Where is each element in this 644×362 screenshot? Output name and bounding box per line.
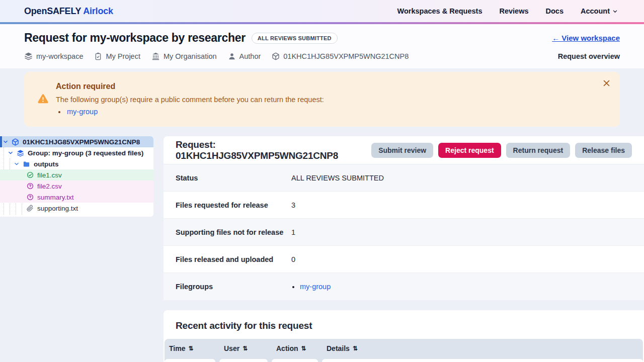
request-heading: Request: 01KHC1HJG85VXPMP5WNG21CNP8	[176, 139, 371, 161]
tree-item-label: file2.csv	[37, 183, 62, 190]
close-icon[interactable]	[600, 77, 613, 89]
logo-secondary: Airlock	[83, 6, 113, 16]
tree-item-supporting[interactable]: supporting.txt	[0, 203, 153, 214]
tree-item-file2[interactable]: file2.csv	[0, 180, 153, 192]
tree-item-request-root[interactable]: 01KHC1HJG85VXPMP5WNG21CNP8	[0, 136, 153, 147]
breadcrumb-organisation: My Organisation	[151, 52, 217, 60]
filegroup-link[interactable]: my-group	[300, 283, 331, 291]
breadcrumb-author: Author	[228, 52, 261, 60]
table-cell	[322, 359, 643, 362]
tree-item-outputs-folder[interactable]: outputs	[0, 158, 153, 169]
request-overview-card: Request: 01KHC1HJG85VXPMP5WNG21CNP8 Subm…	[164, 136, 644, 300]
column-header-details[interactable]: Details ⇅	[322, 344, 643, 352]
detail-row-files-requested: Files requested for release 3	[164, 192, 644, 219]
sort-icon[interactable]: ⇅	[243, 345, 248, 352]
filegroup-item: my-group	[300, 283, 632, 291]
return-request-button[interactable]: Return request	[506, 143, 571, 158]
nav-item-reviews[interactable]: Reviews	[499, 7, 528, 15]
tree-item-label: 01KHC1HJG85VXPMP5WNG21CNP8	[23, 138, 140, 146]
sort-icon[interactable]: ⇅	[301, 345, 306, 352]
chevron-down-icon[interactable]	[14, 161, 19, 166]
column-header-action[interactable]: Action ⇅	[272, 344, 318, 352]
clipboard-icon	[94, 52, 102, 60]
detail-label: Filegroups	[176, 283, 291, 291]
alert-group-link[interactable]: my-group	[67, 108, 98, 116]
alert-group-list: my-group	[66, 108, 324, 116]
detail-row-status: Status ALL REVIEWS SUBMITTED	[164, 164, 644, 192]
chevron-down-icon[interactable]	[8, 150, 13, 155]
alert-message: The following group(s) require a public …	[56, 96, 324, 104]
warning-icon	[37, 81, 49, 116]
action-required-alert: Action required The following group(s) r…	[24, 72, 620, 127]
detail-row-files-released: Files released and uploaded 0	[164, 246, 644, 273]
paperclip-icon	[27, 205, 34, 212]
tree-item-label: supporting.txt	[37, 205, 78, 212]
view-workspace-link[interactable]: ← View workspace	[552, 34, 620, 42]
alert-group-item: my-group	[66, 108, 324, 116]
tree-item-label: Group: my-group (3 requested files)	[28, 149, 143, 157]
activity-heading: Recent activity for this request	[176, 320, 632, 331]
recent-activity-card: Recent activity for this request Time ⇅ …	[164, 310, 644, 362]
tree-item-file1[interactable]: file1.csv	[0, 169, 153, 180]
status-badge: ALL REVIEWS SUBMITTED	[252, 33, 338, 44]
package-icon	[12, 138, 19, 146]
top-navbar: OpenSAFELY Airlock Workspaces & Requests…	[0, 0, 644, 22]
question-circle-icon	[27, 183, 34, 190]
sort-icon[interactable]: ⇅	[353, 345, 358, 352]
tree-item-label: outputs	[34, 160, 59, 168]
detail-row-supporting-files: Supporting files not for release 1	[164, 219, 644, 246]
breadcrumb-request-id: 01KHC1HJG85VXPMP5WNG21CNP8	[272, 52, 409, 60]
detail-value: ALL REVIEWS SUBMITTED	[291, 174, 632, 182]
request-actions: Submit review Reject request Return requ…	[371, 143, 632, 158]
layers-icon	[24, 52, 33, 60]
release-files-button[interactable]: Release files	[575, 143, 632, 158]
detail-row-filegroups: Filegroups my-group	[164, 273, 644, 300]
nav-menu: Workspaces & Requests Reviews Docs Accou…	[397, 7, 618, 15]
activity-table: Time ⇅ User ⇅ Action ⇅ Details ⇅	[165, 339, 643, 362]
table-cell	[219, 359, 268, 362]
nav-item-docs[interactable]: Docs	[546, 7, 564, 15]
column-header-user[interactable]: User ⇅	[219, 344, 268, 352]
nav-item-account[interactable]: Account	[581, 7, 618, 15]
tree-item-summary[interactable]: summary.txt	[0, 192, 153, 203]
tree-item-label: file1.csv	[37, 171, 62, 179]
submit-review-button[interactable]: Submit review	[371, 143, 433, 158]
request-overview-label: Request overview	[558, 52, 620, 60]
logo-primary: OpenSAFELY	[24, 6, 81, 16]
question-circle-icon	[27, 194, 34, 201]
activity-table-header: Time ⇅ User ⇅ Action ⇅ Details ⇅	[165, 339, 643, 357]
layers-icon	[17, 149, 24, 157]
folder-icon	[23, 160, 30, 168]
nav-item-workspaces[interactable]: Workspaces & Requests	[397, 7, 482, 15]
detail-value: 0	[291, 255, 632, 263]
filegroup-list: my-group	[300, 283, 632, 291]
tree-item-label: summary.txt	[37, 194, 74, 201]
detail-value: 1	[291, 228, 632, 236]
breadcrumb: my-workspace My Project My Organisation …	[24, 52, 409, 60]
file-tree-sidebar: 01KHC1HJG85VXPMP5WNG21CNP8 Group: my-gro…	[0, 136, 153, 217]
reject-request-button[interactable]: Reject request	[438, 143, 501, 158]
sort-icon[interactable]: ⇅	[188, 345, 193, 352]
tree-item-group[interactable]: Group: my-group (3 requested files)	[0, 147, 153, 158]
user-icon	[228, 52, 236, 60]
package-icon	[272, 52, 280, 60]
table-row	[165, 359, 643, 362]
chevron-down-icon[interactable]	[3, 139, 8, 144]
chevron-down-icon	[612, 9, 618, 14]
table-cell	[165, 359, 215, 362]
alert-title: Action required	[56, 81, 324, 91]
page-title: Request for my-workspace by researcher	[24, 31, 246, 45]
breadcrumb-project: My Project	[94, 52, 140, 60]
app-logo[interactable]: OpenSAFELY Airlock	[24, 6, 113, 17]
column-header-time[interactable]: Time ⇅	[165, 344, 215, 352]
detail-value: 3	[291, 201, 632, 209]
breadcrumb-workspace: my-workspace	[24, 52, 83, 60]
check-circle-icon	[27, 171, 34, 178]
detail-label: Files requested for release	[176, 201, 291, 209]
page-header: Request for my-workspace by researcher A…	[0, 24, 644, 68]
table-cell	[272, 359, 318, 362]
detail-label: Status	[176, 174, 291, 182]
bank-icon	[151, 52, 160, 60]
detail-label: Supporting files not for release	[176, 228, 291, 236]
detail-label: Files released and uploaded	[176, 255, 291, 263]
